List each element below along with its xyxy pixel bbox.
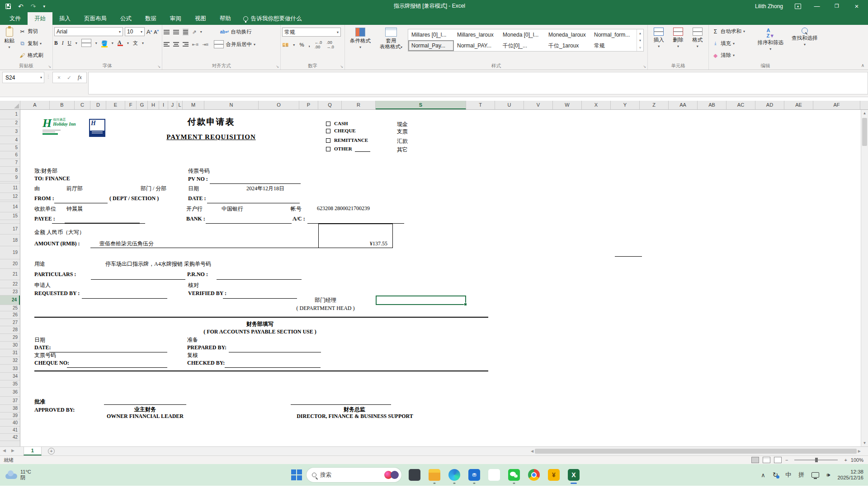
column-header-Y[interactable]: Y	[611, 101, 640, 109]
horizontal-scroll-thumb[interactable]	[535, 449, 857, 454]
insert-cells-button[interactable]: 插入▾	[653, 26, 665, 61]
tab-r5[interactable]: 数据	[138, 12, 163, 25]
tab-r6[interactable]: 审阅	[163, 12, 188, 25]
column-header-J[interactable]: J	[168, 101, 177, 109]
sheet-area[interactable]: 1234567891112141517181920212223242526272…	[0, 110, 868, 446]
column-header-H[interactable]: H	[148, 101, 159, 109]
cut-button[interactable]: ✂剪切	[17, 27, 45, 36]
excel-icon[interactable]: X	[568, 469, 580, 481]
row-header-18[interactable]: 18	[0, 235, 20, 246]
checkbox-other[interactable]	[326, 147, 330, 151]
row-header-19[interactable]: 19	[0, 246, 20, 259]
wechat-icon[interactable]	[508, 469, 520, 481]
new-sheet-icon[interactable]: +	[48, 448, 55, 455]
tray-chevron-icon[interactable]: ∧	[761, 472, 765, 479]
column-header-E[interactable]: E	[106, 101, 125, 109]
prev-sheet-icon[interactable]: ◀	[0, 447, 9, 455]
row-header-36[interactable]: 36	[0, 388, 20, 397]
start-button[interactable]	[291, 469, 302, 480]
cell-style-item[interactable]: 千位[0]_...	[500, 40, 545, 51]
row-header-23[interactable]: 23	[0, 288, 20, 296]
cell-style-item[interactable]: Normal_PAY...	[454, 40, 500, 51]
select-all-corner[interactable]	[0, 101, 20, 109]
phonetic-guide-icon[interactable]: 文	[133, 40, 138, 47]
ime-lang-indicator[interactable]: 中	[785, 471, 791, 479]
bold-button[interactable]: B	[54, 40, 58, 46]
column-header-AF[interactable]: AF	[813, 101, 860, 109]
row-header-37[interactable]: 37	[0, 397, 20, 405]
row-header-17[interactable]: 17	[0, 224, 20, 235]
row-header-30[interactable]: 30	[0, 342, 20, 349]
column-header-T[interactable]: T	[466, 101, 495, 109]
tell-me-box[interactable]: 告诉我你想要做什么	[238, 12, 307, 25]
cell-style-item[interactable]: Normal_form...	[591, 29, 637, 40]
vertical-scroll-thumb[interactable]	[862, 118, 867, 146]
row-header-34[interactable]: 34	[0, 373, 20, 380]
finance-app-icon[interactable]: ¥	[548, 469, 560, 481]
column-header-AB[interactable]: AB	[698, 101, 726, 109]
align-right-icon[interactable]	[183, 41, 189, 47]
hscroll-right-icon[interactable]: ▶	[858, 449, 861, 453]
comma-style-icon[interactable]: ,	[309, 42, 310, 47]
row-header-29[interactable]: 29	[0, 334, 20, 342]
cell-style-item[interactable]: 千位_1aroux	[545, 40, 591, 51]
weather-widget[interactable]: 11°C 阴	[0, 469, 31, 481]
column-header-A[interactable]: A	[20, 101, 50, 109]
column-header-AD[interactable]: AD	[755, 101, 784, 109]
increase-decimal-icon[interactable]: ←.0.00	[315, 40, 322, 49]
cell-style-item[interactable]: Millares [0]_l...	[408, 29, 454, 40]
row-header-31[interactable]: 31	[0, 349, 20, 357]
grow-font-icon[interactable]: A▴	[146, 28, 152, 35]
column-header-W[interactable]: W	[553, 101, 582, 109]
scroll-up-icon[interactable]: ▲	[861, 110, 868, 115]
row-header-8[interactable]: 8	[0, 167, 20, 174]
row-header-27[interactable]: 27	[0, 319, 20, 326]
decrease-decimal-icon[interactable]: .00→.0	[326, 40, 334, 49]
checkbox-cheque[interactable]	[326, 129, 330, 133]
paste-button[interactable]: 粘贴 ▾	[1, 26, 17, 61]
tab-file[interactable]: 文件	[3, 12, 28, 25]
align-left-icon[interactable]	[164, 41, 170, 47]
clock[interactable]: 12:38 2025/12/16	[837, 469, 863, 481]
customize-qat-icon[interactable]: ▾	[43, 4, 45, 9]
row-header-25[interactable]: 25	[0, 305, 20, 311]
next-sheet-icon[interactable]: ▶	[9, 447, 17, 455]
tab-r8[interactable]: 帮助	[213, 12, 238, 25]
row-header-11[interactable]: 11	[0, 183, 20, 193]
row-header-1[interactable]: 1	[0, 110, 20, 119]
page-layout-view-button[interactable]	[763, 457, 770, 463]
row-header-16[interactable]	[0, 220, 20, 224]
row-header-26[interactable]: 26	[0, 311, 20, 319]
column-header-O[interactable]: O	[259, 101, 299, 109]
row-header-41[interactable]: 41	[0, 427, 20, 434]
search-box[interactable]: 搜索	[307, 468, 401, 482]
zoom-slider[interactable]	[794, 460, 838, 460]
zoom-in-icon[interactable]: +	[844, 457, 847, 463]
selected-cell-s24[interactable]	[376, 296, 466, 305]
row-header-12[interactable]: 12	[0, 193, 20, 200]
italic-button[interactable]: I	[62, 40, 64, 46]
normal-view-button[interactable]	[751, 457, 759, 463]
horizontal-scrollbar[interactable]: ◀ ▶	[531, 448, 861, 455]
column-header-S[interactable]: S	[376, 101, 466, 109]
font-dialog-launcher-icon[interactable]: ↘	[157, 65, 160, 69]
font-size-combo[interactable]: 10▾	[125, 27, 145, 36]
column-header-C[interactable]: C	[75, 101, 90, 109]
column-header-AC[interactable]: AC	[726, 101, 755, 109]
row-header-42[interactable]: 42	[0, 434, 20, 441]
cancel-entry-icon[interactable]: ×	[57, 75, 61, 81]
percent-style-icon[interactable]: %	[299, 42, 304, 47]
wrap-text-button[interactable]: ab↵自动换行	[218, 28, 254, 36]
undo-icon[interactable]: ↶	[18, 3, 24, 10]
column-header-AE[interactable]: AE	[784, 101, 813, 109]
checkbox-cash[interactable]	[326, 122, 330, 126]
close-button[interactable]: ×	[853, 2, 861, 10]
styles-dialog-launcher-icon[interactable]: ↘	[643, 65, 646, 69]
row-header-33[interactable]: 33	[0, 365, 20, 373]
restore-button[interactable]: ❐	[833, 3, 841, 9]
onedrive-sync-icon[interactable]: ↻	[773, 471, 778, 479]
number-dialog-launcher-icon[interactable]: ↘	[340, 65, 343, 69]
conditional-formatting-button[interactable]: 条件格式 ▾	[346, 26, 374, 61]
column-header-G[interactable]: G	[137, 101, 148, 109]
collapse-ribbon-icon[interactable]: ∧	[861, 63, 864, 68]
